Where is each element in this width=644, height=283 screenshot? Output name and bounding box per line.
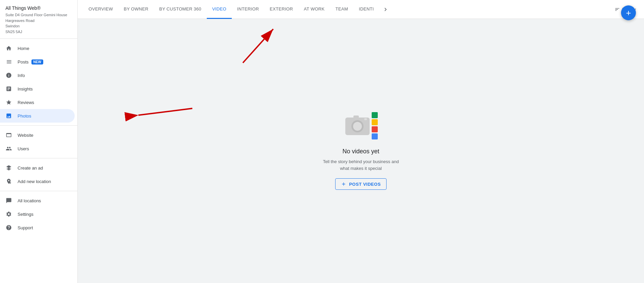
sidebar-item-posts-label: Posts	[18, 59, 29, 65]
camera-icon-wrapper	[344, 112, 378, 143]
sidebar-item-add-location[interactable]: Add new location	[0, 175, 75, 188]
sidebar-item-all-locations[interactable]: All locations	[0, 194, 75, 207]
settings-icon	[5, 211, 12, 217]
svg-rect-7	[353, 115, 359, 118]
sidebar-item-website-label: Website	[18, 133, 33, 138]
tab-overview[interactable]: OVERVIEW	[83, 0, 118, 19]
tab-team[interactable]: TEAM	[330, 0, 353, 19]
users-icon	[5, 145, 12, 152]
sidebar-item-photos[interactable]: Photos	[0, 109, 75, 123]
no-videos-title: No videos yet	[342, 148, 379, 155]
nav-divider-3	[0, 191, 77, 191]
svg-line-3	[139, 108, 193, 115]
support-icon	[5, 224, 12, 231]
sidebar-item-home[interactable]: Home	[0, 42, 75, 55]
sidebar-item-home-label: Home	[18, 46, 29, 51]
google-dot-green	[372, 112, 378, 118]
home-icon	[5, 45, 12, 52]
tab-exterior[interactable]: EXTERIOR	[264, 0, 298, 19]
camera-svg	[344, 112, 371, 136]
content-area: No videos yet Tell the story behind your…	[78, 19, 644, 283]
sidebar-item-create-ad-label: Create an ad	[18, 165, 43, 171]
google-dot-blue	[372, 133, 378, 139]
sidebar-item-info-label: Info	[18, 73, 25, 78]
tab-more-button[interactable]	[379, 0, 392, 19]
all-locations-icon	[5, 197, 12, 204]
posts-new-badge: NEW	[31, 59, 43, 65]
tab-by-owner[interactable]: BY OWNER	[118, 0, 154, 19]
sidebar-item-website[interactable]: Website	[0, 128, 75, 142]
posts-icon	[5, 58, 12, 65]
reviews-icon	[5, 99, 12, 106]
main: OVERVIEW BY OWNER BY CUSTOMER 360 VIDEO …	[78, 0, 644, 283]
empty-state: No videos yet Tell the story behind your…	[323, 112, 399, 190]
top-nav: OVERVIEW BY OWNER BY CUSTOMER 360 VIDEO …	[78, 0, 644, 19]
insights-icon	[5, 85, 12, 92]
sidebar-item-support-label: Support	[18, 225, 33, 230]
fab-button[interactable]: +	[621, 5, 636, 20]
no-videos-description: Tell the story behind your business andw…	[323, 158, 399, 172]
top-nav-tabs: OVERVIEW BY OWNER BY CUSTOMER 360 VIDEO …	[83, 0, 612, 19]
sidebar-item-settings-label: Settings	[18, 212, 33, 217]
sidebar-item-settings[interactable]: Settings	[0, 207, 75, 221]
svg-rect-8	[364, 118, 367, 120]
google-dot-yellow	[372, 119, 378, 125]
sidebar: All Things Web® Suite D4 Ground Floor Ge…	[0, 0, 78, 283]
add-location-icon	[5, 178, 12, 185]
sidebar-item-reviews-label: Reviews	[18, 100, 34, 105]
svg-point-6	[353, 122, 362, 131]
create-ad-icon	[5, 164, 12, 171]
post-videos-button[interactable]: POST VIDEOS	[335, 178, 387, 190]
fab-label: +	[626, 8, 631, 17]
google-dot-red	[372, 126, 378, 132]
sidebar-header: All Things Web® Suite D4 Ground Floor Ge…	[0, 0, 77, 39]
photos-icon	[5, 112, 12, 119]
sidebar-item-reviews[interactable]: Reviews	[0, 96, 75, 109]
sidebar-item-posts[interactable]: Posts NEW	[0, 55, 75, 69]
sidebar-item-info[interactable]: Info	[0, 69, 75, 82]
nav-divider-2	[0, 158, 77, 158]
company-name: All Things Web®	[5, 5, 72, 11]
sidebar-item-add-location-label: Add new location	[18, 179, 51, 184]
sidebar-nav: Home Posts NEW Info Insights	[0, 39, 77, 283]
sidebar-item-all-locations-label: All locations	[18, 198, 41, 203]
nav-divider-1	[0, 125, 77, 126]
google-dots	[372, 112, 378, 139]
tab-video[interactable]: VIDEO	[207, 0, 232, 19]
sidebar-item-support[interactable]: Support	[0, 221, 75, 234]
sidebar-item-photos-label: Photos	[18, 113, 31, 119]
tab-interior[interactable]: INTERIOR	[232, 0, 265, 19]
sidebar-item-users-label: Users	[18, 146, 29, 151]
tab-by-customer-360[interactable]: BY CUSTOMER 360	[154, 0, 207, 19]
sidebar-item-create-ad[interactable]: Create an ad	[0, 161, 75, 175]
post-videos-label: POST VIDEOS	[349, 182, 381, 187]
svg-line-2	[243, 29, 273, 63]
info-icon	[5, 72, 12, 79]
tab-at-work[interactable]: AT WORK	[298, 0, 330, 19]
sidebar-item-users[interactable]: Users	[0, 142, 75, 155]
post-videos-plus-icon	[341, 181, 346, 187]
sidebar-item-insights[interactable]: Insights	[0, 82, 75, 96]
website-icon	[5, 132, 12, 138]
tab-identity[interactable]: IDENTI	[353, 0, 379, 19]
company-address: Suite D4 Ground Floor Gemini House Hargr…	[5, 12, 72, 34]
sidebar-item-insights-label: Insights	[18, 86, 33, 92]
